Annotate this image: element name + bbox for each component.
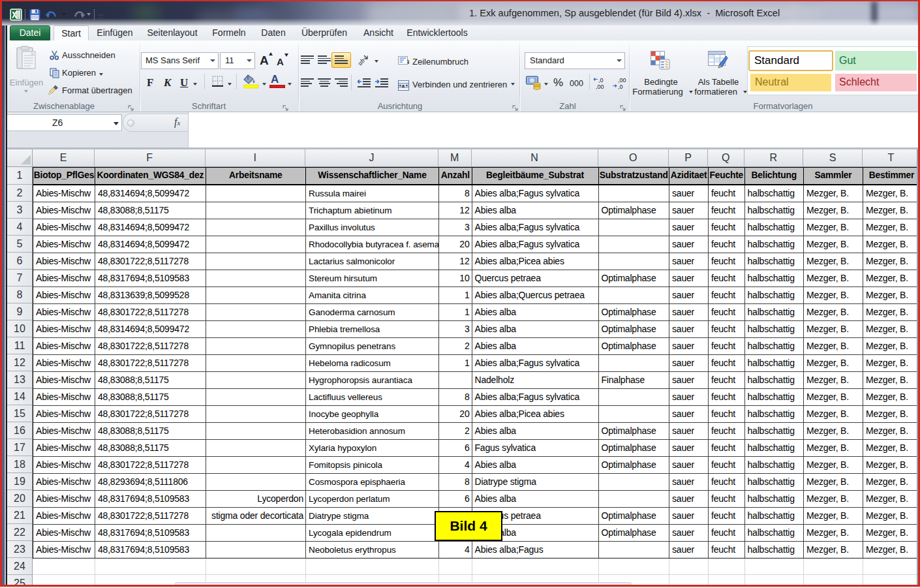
svg-text:a: a xyxy=(402,82,405,89)
svg-text:,0: ,0 xyxy=(598,77,604,84)
svg-text:,00: ,00 xyxy=(596,84,604,89)
